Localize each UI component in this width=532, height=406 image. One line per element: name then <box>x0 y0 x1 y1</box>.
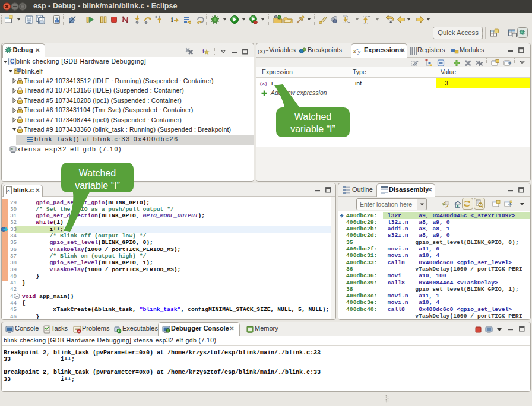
svg-text:Watched: Watched <box>294 112 332 122</box>
svg-text:Watched: Watched <box>79 168 116 178</box>
svg-text:variable “I”: variable “I” <box>75 180 120 191</box>
svg-text:variable “I”: variable “I” <box>290 124 335 134</box>
